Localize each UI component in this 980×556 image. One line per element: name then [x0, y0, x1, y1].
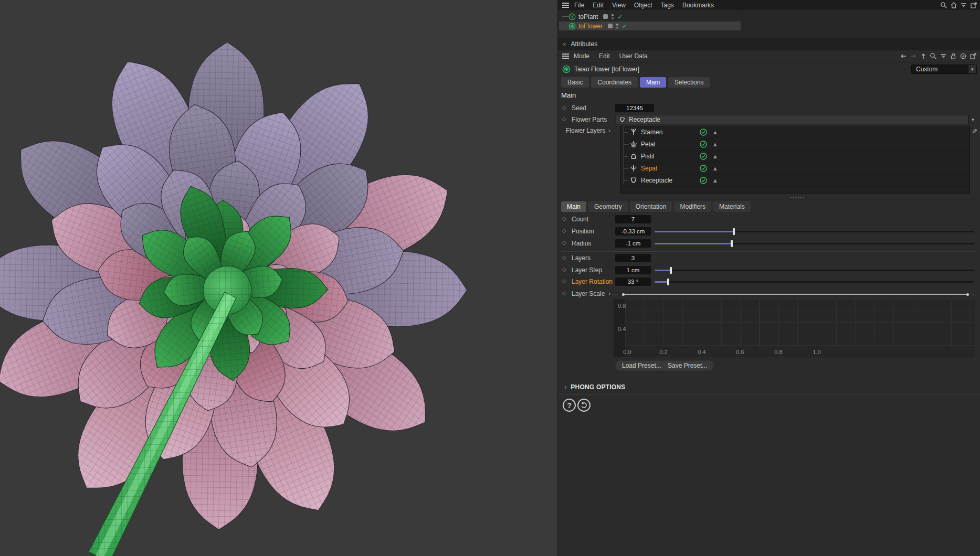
enabled-check-icon[interactable] [700, 153, 707, 160]
layer-toggle-icon[interactable] [608, 24, 613, 28]
object-row-toplant[interactable]: toPlant ✓ [559, 12, 741, 21]
layer-sub-tabs: Main Geometry Orientation Modifiers Mate… [561, 201, 751, 212]
param-diamond-icon[interactable]: ◇ [562, 104, 566, 110]
enabled-check-icon[interactable] [700, 129, 707, 136]
slider-handle[interactable] [667, 279, 669, 285]
filter-icon[interactable] [960, 2, 967, 9]
hamburger-menu-icon[interactable] [562, 2, 569, 9]
menu-tags[interactable]: Tags [657, 2, 678, 9]
layer-row-pistil[interactable]: Pistil ▲ [620, 151, 970, 163]
target-icon[interactable] [960, 52, 967, 60]
param-diamond-icon[interactable]: ◇ [562, 290, 566, 296]
layers-input[interactable]: 3 [615, 254, 651, 262]
preset-dropdown[interactable]: Custom ▼ [911, 65, 977, 74]
spline-point[interactable] [966, 293, 969, 296]
object-row-toflower[interactable]: toFlower ✓ [559, 22, 741, 30]
menu-mode[interactable]: Mode [569, 52, 594, 60]
layer-row-stamen[interactable]: Stamen ▲ [620, 126, 970, 138]
chevron-down-icon[interactable]: ▼ [968, 115, 977, 124]
layer-scale-spline[interactable] [623, 294, 968, 295]
forward-icon[interactable] [910, 52, 917, 60]
object-label[interactable]: toPlant [578, 13, 598, 20]
layer-row-petal[interactable]: Petal ▲ [620, 138, 970, 151]
tab-selections[interactable]: Selections [668, 77, 710, 88]
subtab-orientation[interactable]: Orientation [630, 201, 672, 212]
triangle-icon[interactable]: ▲ [712, 141, 718, 147]
tab-coordinates[interactable]: Coordinates [591, 77, 638, 88]
menu-file[interactable]: File [570, 2, 588, 9]
triangle-icon[interactable]: ▲ [712, 165, 718, 172]
triangle-icon[interactable]: ▲ [712, 177, 718, 184]
triangle-icon[interactable]: ▲ [712, 129, 718, 135]
menu-object[interactable]: Object [630, 2, 657, 9]
param-diamond-icon[interactable]: ◇ [562, 266, 566, 272]
search-icon[interactable] [940, 2, 947, 9]
chevron-right-icon[interactable]: › [608, 126, 610, 134]
chevron-down-icon[interactable]: ▼ [968, 65, 976, 73]
subtab-geometry[interactable]: Geometry [588, 201, 628, 212]
save-preset-button[interactable]: Save Preset... [661, 360, 714, 371]
search-icon[interactable] [930, 52, 937, 60]
chevron-right-icon[interactable]: › [608, 290, 610, 297]
subtab-main[interactable]: Main [561, 201, 586, 212]
layer-toggle-icon[interactable] [603, 14, 608, 19]
viewport-3d[interactable] [0, 0, 557, 556]
slider-handle[interactable] [731, 240, 733, 247]
param-diamond-icon[interactable]: ◇ [562, 228, 566, 233]
help-circle-icon[interactable]: ? [563, 399, 576, 412]
seed-input[interactable]: 12345 [615, 104, 654, 112]
position-slider[interactable] [655, 231, 974, 232]
phong-options-section[interactable]: › PHONG OPTIONS [558, 379, 980, 395]
enabled-check-icon[interactable] [700, 141, 707, 148]
layer-scale-graph[interactable]: 0.8 0.4 0.0 0.2 0.4 0.6 0.8 1.0 [614, 299, 975, 357]
tab-basic[interactable]: Basic [561, 77, 589, 88]
home-icon[interactable] [950, 2, 957, 9]
radius-slider[interactable] [655, 243, 974, 244]
up-icon[interactable] [920, 52, 927, 60]
subtab-modifiers[interactable]: Modifiers [674, 201, 711, 212]
pencil-edit-icon[interactable]: ✎ [972, 127, 977, 135]
layer-step-slider[interactable] [655, 270, 974, 271]
lock-icon[interactable] [950, 52, 957, 60]
load-preset-button[interactable]: Load Preset... [615, 360, 668, 371]
layer-step-input[interactable]: 1 cm [615, 266, 651, 274]
layer-row-receptacle[interactable]: Receptacle ▲ [620, 175, 970, 187]
menu-view[interactable]: View [608, 2, 630, 9]
param-diamond-icon[interactable]: ◇ [562, 116, 566, 122]
back-icon[interactable] [900, 52, 907, 60]
close-icon[interactable]: × [563, 41, 566, 47]
param-diamond-icon[interactable]: ◇ [562, 254, 566, 260]
enabled-check-icon[interactable]: ✓ [622, 23, 627, 30]
position-input[interactable]: -0.33 cm [615, 227, 651, 236]
open-new-icon[interactable] [970, 2, 977, 9]
param-diamond-icon[interactable]: ◇ [562, 216, 566, 221]
filter-icon[interactable] [940, 52, 947, 60]
hamburger-menu-icon[interactable] [562, 52, 569, 60]
spline-point[interactable] [622, 293, 625, 296]
tab-main[interactable]: Main [640, 77, 666, 88]
layer-rotation-input[interactable]: 33 ° [615, 277, 651, 286]
enabled-check-icon[interactable] [700, 177, 707, 184]
visibility-dots-icon[interactable] [612, 14, 614, 19]
visibility-dots-icon[interactable] [616, 24, 618, 29]
menu-edit[interactable]: Edit [594, 52, 615, 60]
triangle-icon[interactable]: ▲ [712, 153, 718, 159]
count-input[interactable]: 7 [615, 215, 651, 223]
slider-handle[interactable] [670, 267, 672, 274]
layer-row-sepal[interactable]: Sepal ▲ [620, 163, 970, 175]
param-diamond-icon[interactable]: ◇ [562, 278, 566, 284]
menu-edit[interactable]: Edit [588, 2, 608, 9]
flower-parts-dropdown[interactable]: Receptacle ▼ [615, 115, 977, 124]
menu-user-data[interactable]: User Data [615, 52, 652, 60]
enabled-check-icon[interactable] [700, 165, 707, 172]
layer-rotation-slider[interactable] [655, 281, 974, 283]
param-diamond-icon[interactable]: ◇ [562, 240, 566, 245]
subtab-materials[interactable]: Materials [713, 201, 751, 212]
slider-handle[interactable] [733, 228, 735, 235]
enabled-check-icon[interactable]: ✓ [617, 13, 623, 20]
menu-bookmarks[interactable]: Bookmarks [678, 2, 718, 9]
radius-input[interactable]: -1 cm [615, 239, 651, 248]
reset-circle-icon[interactable] [577, 399, 591, 412]
open-new-icon[interactable] [970, 52, 977, 60]
object-label[interactable]: toFlower [578, 23, 603, 30]
